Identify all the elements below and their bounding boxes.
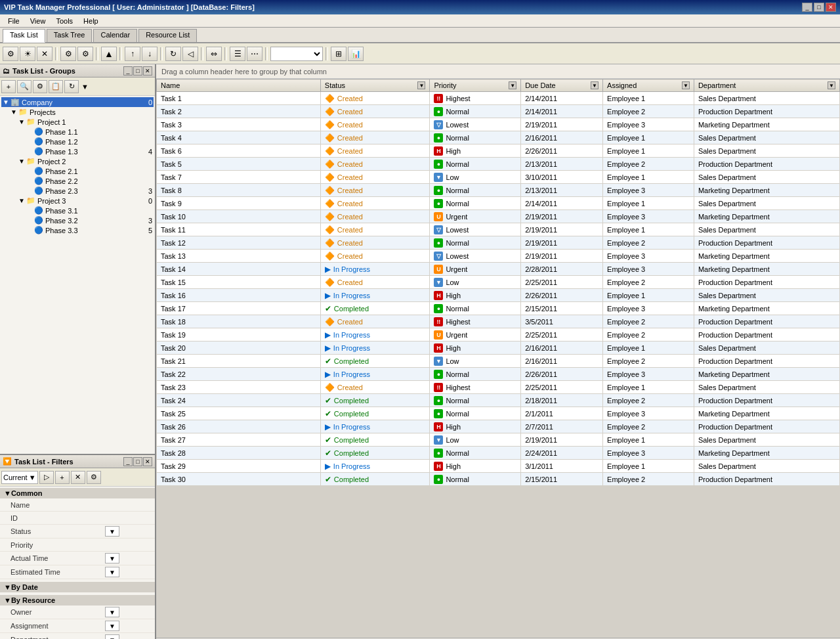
table-row[interactable]: Task 30 ✔ Completed ● Normal 2/15/2011 E… [157,473,840,486]
col-header-priority[interactable]: Priority ▼ [430,79,521,92]
table-row[interactable]: Task 29 ▶ In Progress H High 3/1/2011 Em… [157,460,840,473]
groups-add-btn[interactable]: + [1,80,16,93]
table-row[interactable]: Task 8 🔶 Created ● Normal 2/13/2011 Empl… [157,184,840,197]
toolbar-chart-btn[interactable]: 📊 [348,47,364,61]
tree-item-phase12[interactable]: 🔵 Phase 1.2 [25,137,154,146]
tree-toggle-project1[interactable]: ▼ [18,118,26,125]
toolbar-btn-4[interactable]: ⚙ [60,47,76,61]
toolbar-move-up[interactable]: ▲ [101,47,117,61]
toolbar-btn-2[interactable]: ☀ [20,47,35,61]
toolbar-move-down[interactable]: ↓ [142,47,158,61]
tab-resource-list[interactable]: Resource List [138,29,197,42]
groups-panel-restore[interactable]: □ [133,66,142,76]
tree-item-phase13[interactable]: 🔵 Phase 1.3 4 [25,146,154,156]
table-row[interactable]: Task 4 🔶 Created ● Normal 2/16/2011 Empl… [157,131,840,144]
tree-item-phase33[interactable]: 🔵 Phase 3.3 5 [25,225,154,235]
menu-view[interactable]: View [25,16,51,26]
tree-item-project3[interactable]: ▼ 📁 Project 3 0 [17,196,154,206]
menu-tools[interactable]: Tools [51,16,78,26]
table-row[interactable]: Task 10 🔶 Created U Urgent 2/19/2011 Emp… [157,210,840,223]
filter-actualtime-dropdown[interactable]: ▼ [105,553,119,563]
filter-estimatedtime-dropdown[interactable]: ▼ [105,567,119,577]
tree-item-project1[interactable]: ▼ 📁 Project 1 [17,117,154,127]
tree-item-company[interactable]: ▼ 🏢 Company 0 [1,97,154,107]
groups-search-btn[interactable]: 🔍 [17,80,32,93]
table-row[interactable]: Task 11 🔶 Created ▽ Lowest 2/19/2011 Emp… [157,223,840,236]
tree-toggle-project2[interactable]: ▼ [18,158,26,165]
task-table-container[interactable]: Name Status ▼ Priority ▼ [156,79,840,638]
toolbar-btn-8[interactable]: ☰ [230,47,245,61]
toolbar-grid-btn[interactable]: ⊞ [331,47,346,61]
filters-panel-close[interactable]: ✕ [143,457,152,466]
filter-byresource-header[interactable]: ▼ By Resource [0,595,155,606]
table-row[interactable]: Task 2 🔶 Created ● Normal 2/14/2011 Empl… [157,105,840,118]
table-row[interactable]: Task 28 ✔ Completed ● Normal 2/24/2011 E… [157,447,840,460]
table-row[interactable]: Task 9 🔶 Created ● Normal 2/14/2011 Empl… [157,197,840,210]
table-row[interactable]: Task 18 🔶 Created !! Highest 3/5/2011 Em… [157,315,840,328]
tree-item-phase32[interactable]: 🔵 Phase 3.2 3 [25,215,154,225]
status-filter-btn[interactable]: ▼ [417,81,425,89]
filter-add-btn[interactable]: + [55,471,70,484]
table-row[interactable]: Task 26 ▶ In Progress H High 2/7/2011 Em… [157,420,840,433]
duedate-filter-btn[interactable]: ▼ [591,81,598,89]
table-row[interactable]: Task 17 ✔ Completed ● Normal 2/15/2011 E… [157,302,840,315]
filters-panel-minimize[interactable]: _ [123,457,133,466]
table-row[interactable]: Task 22 ▶ In Progress ● Normal 2/26/2011… [157,368,840,381]
filter-bydate-header[interactable]: ▼ By Date [0,582,155,592]
tree-item-phase11[interactable]: 🔵 Phase 1.1 [25,127,154,137]
table-row[interactable]: Task 24 ✔ Completed ● Normal 2/18/2011 E… [157,394,840,407]
filter-assignment-dropdown[interactable]: ▼ [105,621,119,631]
col-header-assigned[interactable]: Assigned ▼ [603,79,694,92]
groups-panel-minimize[interactable]: _ [123,66,133,76]
tree-item-phase22[interactable]: 🔵 Phase 2.2 [25,176,154,186]
table-row[interactable]: Task 12 🔶 Created ● Normal 2/19/2011 Emp… [157,236,840,250]
table-row[interactable]: Task 20 ▶ In Progress H High 2/16/2011 E… [157,342,840,355]
menu-file[interactable]: File [3,16,25,26]
table-row[interactable]: Task 1 🔶 Created !! Highest 2/14/2011 Em… [157,92,840,105]
toolbar-btn-7[interactable]: ⇔ [206,47,222,61]
tab-task-tree[interactable]: Task Tree [47,29,93,42]
toolbar-view-dropdown[interactable] [270,47,323,61]
maximize-button[interactable]: □ [814,3,824,12]
filter-status-dropdown[interactable]: ▼ [105,526,119,537]
col-header-department[interactable]: Department ▼ [694,79,839,92]
toolbar-btn-3[interactable]: ✕ [37,47,52,61]
col-header-name[interactable]: Name [157,79,321,92]
tab-calendar[interactable]: Calendar [93,29,137,42]
groups-filter-btn[interactable]: ⚙ [33,80,47,93]
filter-settings-btn[interactable]: ⚙ [87,471,101,484]
tree-item-project2[interactable]: ▼ 📁 Project 2 [17,156,154,166]
toolbar-move-up2[interactable]: ↑ [125,47,140,61]
toolbar-btn-9[interactable]: ⋯ [247,47,262,61]
toolbar-btn-5[interactable]: ⚙ [77,47,93,61]
toolbar-btn-6[interactable]: ◁ [182,47,198,61]
tree-toggle-projects[interactable]: ▼ [10,108,18,116]
tab-task-list[interactable]: Task List [3,29,45,43]
col-header-duedate[interactable]: Due Date ▼ [521,79,603,92]
filter-owner-dropdown[interactable]: ▼ [105,607,119,617]
groups-dropdown-arrow[interactable]: ▼ [81,83,89,91]
minimize-button[interactable]: _ [802,3,812,12]
filter-apply-btn[interactable]: ▷ [39,471,54,484]
filters-panel-restore[interactable]: □ [133,457,142,466]
groups-refresh-btn[interactable]: ↻ [64,80,79,93]
menu-help[interactable]: Help [78,16,104,26]
filter-current-dropdown[interactable]: Current ▼ [1,471,38,484]
table-row[interactable]: Task 16 ▶ In Progress H High 2/26/2011 E… [157,289,840,302]
tree-item-phase31[interactable]: 🔵 Phase 3.1 [25,206,154,215]
groups-config-btn[interactable]: 📋 [49,80,63,93]
tree-toggle-company[interactable]: ▼ [3,99,10,106]
toolbar-refresh[interactable]: ↻ [165,47,181,61]
groups-panel-close[interactable]: ✕ [143,66,152,76]
priority-filter-btn[interactable]: ▼ [509,81,516,89]
department-filter-btn[interactable]: ▼ [828,81,835,89]
assigned-filter-btn[interactable]: ▼ [682,81,690,89]
tree-item-projects[interactable]: ▼ 📁 Projects [9,107,154,117]
col-header-status[interactable]: Status ▼ [320,79,430,92]
table-row[interactable]: Task 7 🔶 Created ▼ Low 3/10/2011 Employe… [157,171,840,184]
filter-department-dropdown[interactable]: ▼ [105,634,119,639]
table-row[interactable]: Task 27 ✔ Completed ▼ Low 2/19/2011 Empl… [157,433,840,447]
close-button[interactable]: ✕ [826,3,836,12]
table-row[interactable]: Task 19 ▶ In Progress U Urgent 2/25/2011… [157,328,840,342]
table-row[interactable]: Task 13 🔶 Created ▽ Lowest 2/19/2011 Emp… [157,250,840,263]
